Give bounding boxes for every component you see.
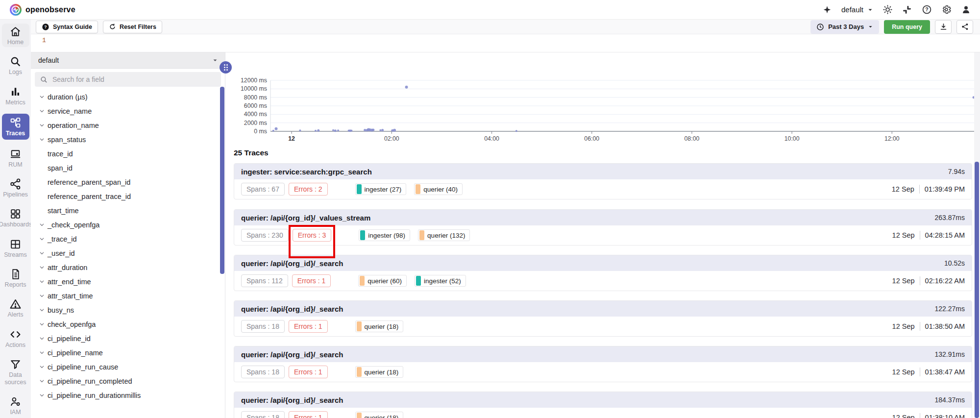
reset-filters-button[interactable]: Reset Filters bbox=[103, 21, 162, 33]
field-item[interactable]: ci_pipeline_name bbox=[31, 345, 225, 360]
field-item[interactable]: trace_id bbox=[31, 147, 225, 161]
field-item[interactable]: duration (µs) bbox=[31, 90, 225, 104]
scatter-point[interactable] bbox=[372, 128, 374, 131]
trace-card[interactable]: ingester: service:search:grpc_search7.94… bbox=[234, 163, 972, 199]
trace-card-header: ingester: service:search:grpc_search7.94… bbox=[234, 164, 972, 179]
logo[interactable]: openobserve bbox=[10, 4, 75, 16]
field-label: _user_id bbox=[48, 249, 75, 257]
sidebar-item-alerts[interactable]: Alerts bbox=[2, 296, 29, 320]
theme-icon[interactable] bbox=[882, 4, 893, 15]
sidebar-item-home[interactable]: Home bbox=[2, 24, 29, 47]
help-icon[interactable]: ? bbox=[921, 4, 932, 15]
scatter-point[interactable] bbox=[332, 129, 334, 131]
trace-card[interactable]: querier: /api/{org_id}/_search184.37msSp… bbox=[234, 392, 972, 418]
trace-duration-chart[interactable]: 0 ms2000 ms4000 ms6000 ms8000 ms10000 ms… bbox=[229, 74, 978, 143]
field-item[interactable]: ci_pipeline_run_durationmillis bbox=[31, 388, 225, 402]
chevron-down-icon bbox=[39, 349, 48, 356]
trace-card[interactable]: querier: /api/{org_id}/_search10.52sSpan… bbox=[234, 255, 972, 291]
field-item[interactable]: start_time bbox=[31, 203, 225, 218]
sidebar-item-label: Home bbox=[7, 39, 24, 46]
sidebar-item-pipelines[interactable]: Pipelines bbox=[2, 176, 29, 199]
scatter-point[interactable] bbox=[299, 129, 301, 131]
field-item[interactable]: attr_end_time bbox=[31, 274, 225, 289]
field-item[interactable]: span_status bbox=[31, 132, 225, 147]
trace-card-header: querier: /api/{org_id}/_search122.27ms bbox=[234, 301, 972, 317]
scatter-point[interactable] bbox=[379, 129, 381, 131]
sparkle-icon[interactable] bbox=[822, 4, 833, 15]
service-chip-label: ingester (52) bbox=[424, 277, 461, 285]
scatter-point[interactable] bbox=[381, 129, 384, 131]
sidebar-item-metrics[interactable]: Metrics bbox=[2, 84, 29, 107]
profile-icon[interactable] bbox=[960, 4, 971, 15]
svg-text:06:00: 06:00 bbox=[584, 135, 599, 142]
scatter-point[interactable] bbox=[515, 130, 517, 132]
field-item[interactable]: check_openfga bbox=[31, 317, 225, 331]
field-item[interactable]: ci_pipeline_run_completed bbox=[31, 374, 225, 388]
field-label: ci_pipeline_name bbox=[48, 349, 103, 357]
trace-card[interactable]: querier: /api/{org_id}/_values_stream263… bbox=[234, 209, 972, 246]
trace-card-body: Spans : 18Errors : 1querier (18)12 Sep01… bbox=[234, 408, 972, 418]
scatter-point[interactable] bbox=[350, 130, 352, 132]
stream-selector[interactable]: default bbox=[31, 52, 225, 69]
sidebar-item-logs[interactable]: Logs bbox=[2, 53, 29, 77]
field-item[interactable]: _user_id bbox=[31, 246, 225, 260]
svg-text:04:00: 04:00 bbox=[484, 135, 499, 142]
main-scrollbar-thumb[interactable] bbox=[975, 162, 979, 418]
field-item[interactable]: service_name bbox=[31, 104, 225, 118]
sidebar-item-actions[interactable]: Actions bbox=[2, 326, 29, 350]
field-search[interactable] bbox=[35, 72, 221, 87]
trace-date: 12 Sep bbox=[892, 277, 915, 285]
chevron-down-icon bbox=[39, 364, 48, 370]
chevron-down-icon bbox=[39, 250, 48, 256]
trace-card-header: querier: /api/{org_id}/_search184.37ms bbox=[234, 392, 972, 408]
trace-card-body: Spans : 112Errors : 1querier (60)ingeste… bbox=[234, 271, 972, 291]
syntax-guide-button[interactable]: ? Syntax Guide bbox=[36, 21, 98, 33]
scatter-point[interactable] bbox=[334, 129, 337, 132]
sidebar-item-streams[interactable]: Streams bbox=[2, 236, 29, 260]
run-query-button[interactable]: Run query bbox=[884, 20, 930, 34]
sidebar-item-reports[interactable]: Reports bbox=[2, 266, 29, 290]
main-scrollbar-track[interactable] bbox=[974, 52, 980, 418]
scatter-point[interactable] bbox=[364, 129, 366, 131]
field-item[interactable]: operation_name bbox=[31, 118, 225, 132]
scatter-point[interactable] bbox=[317, 129, 319, 132]
field-item[interactable]: attr_start_time bbox=[31, 289, 225, 303]
scatter-point[interactable] bbox=[315, 130, 317, 132]
service-color-swatch bbox=[419, 230, 424, 240]
field-item[interactable]: attr_duration bbox=[31, 260, 225, 274]
scatter-point[interactable] bbox=[272, 130, 274, 132]
field-item[interactable]: ci_pipeline_id bbox=[31, 331, 225, 345]
sidebar-item-iam[interactable]: IAM bbox=[2, 393, 29, 417]
trace-title: querier: /api/{org_id}/_search bbox=[241, 259, 343, 268]
field-item[interactable]: reference_parent_span_id bbox=[31, 175, 225, 189]
org-selector[interactable]: default bbox=[841, 5, 873, 14]
field-item[interactable]: span_id bbox=[31, 161, 225, 175]
scatter-point[interactable] bbox=[337, 129, 339, 131]
query-editor[interactable]: 1 bbox=[31, 34, 980, 52]
spans-badge: Spans : 18 bbox=[241, 320, 285, 333]
scatter-point[interactable] bbox=[405, 86, 408, 89]
field-list-scrollbar[interactable] bbox=[220, 87, 224, 274]
field-search-input[interactable] bbox=[52, 75, 190, 83]
download-button[interactable] bbox=[935, 20, 952, 34]
share-button[interactable] bbox=[956, 20, 973, 34]
chevron-down-icon bbox=[39, 278, 48, 285]
sidebar-item-rum[interactable]: RUM bbox=[2, 146, 29, 170]
settings-icon[interactable] bbox=[941, 4, 952, 15]
field-item[interactable]: busy_ns bbox=[31, 303, 225, 317]
field-item[interactable]: ci_pipeline_run_cause bbox=[31, 360, 225, 374]
scatter-point[interactable] bbox=[275, 127, 278, 130]
scatter-point[interactable] bbox=[393, 129, 396, 132]
field-item[interactable]: _trace_id bbox=[31, 232, 225, 246]
trace-card[interactable]: querier: /api/{org_id}/_search122.27msSp… bbox=[234, 300, 972, 337]
field-item[interactable]: reference_parent_trace_id bbox=[31, 189, 225, 203]
trace-card[interactable]: querier: /api/{org_id}/_search132.91msSp… bbox=[234, 346, 972, 382]
sidebar-item-dashboards[interactable]: Dashboards bbox=[2, 206, 29, 229]
trace-duration: 7.94s bbox=[948, 168, 965, 175]
sidebar-item-traces[interactable]: Traces bbox=[2, 114, 29, 139]
time-range-selector[interactable]: Past 3 Days bbox=[810, 20, 879, 34]
slack-icon[interactable] bbox=[902, 4, 912, 15]
sidebar-item-data-sources[interactable]: Data sources bbox=[2, 356, 29, 387]
field-item[interactable]: _check_openfga bbox=[31, 218, 225, 232]
panel-splitter-handle[interactable] bbox=[220, 61, 232, 74]
